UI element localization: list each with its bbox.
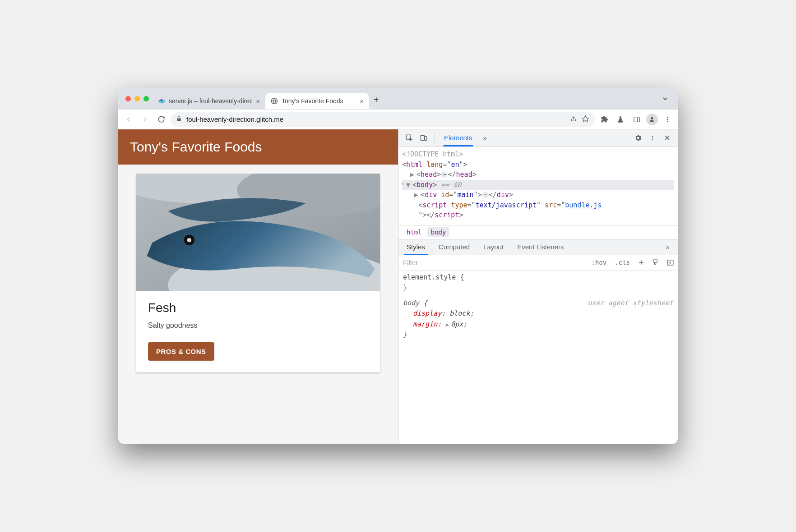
page-header: Tony's Favorite Foods [118, 129, 398, 165]
fish-favicon-icon: 🐟 [158, 97, 165, 105]
svg-rect-15 [421, 135, 424, 140]
sidepanel-button[interactable] [630, 113, 643, 126]
share-icon[interactable] [570, 115, 577, 124]
styles-filter-input[interactable]: Filter [403, 259, 586, 266]
breadcrumb-html[interactable]: html [403, 227, 426, 237]
food-card: Fesh Salty goodness PROS & CONS [136, 174, 380, 372]
doctype: <!DOCTYPE html> [402, 150, 463, 158]
styles-filterbar: Filter :hov .cls [398, 255, 678, 271]
svg-point-13 [187, 238, 191, 242]
close-window-button[interactable] [125, 96, 131, 101]
bookmark-star-icon[interactable] [582, 115, 589, 124]
svg-rect-24 [653, 260, 657, 262]
new-tab-button[interactable]: + [369, 95, 384, 105]
card-subtitle: Salty goodness [148, 321, 368, 330]
browser-window: 🐟 server.js – foul-heavenly-direct × Ton… [118, 88, 678, 444]
breadcrumb-body[interactable]: body [427, 227, 450, 237]
browser-tab[interactable]: 🐟 server.js – foul-heavenly-direct × [153, 93, 265, 109]
styles-tab-layout[interactable]: Layout [478, 239, 509, 255]
card-title: Fesh [148, 301, 368, 315]
globe-favicon-icon [271, 97, 278, 105]
rule-element-style: element.style { [403, 273, 464, 281]
svg-point-19 [652, 139, 653, 140]
rule-body-selector: body { [403, 299, 427, 307]
devtools-tab-elements[interactable]: Elements [440, 129, 477, 146]
styles-panel-toggle-icon[interactable] [664, 259, 676, 266]
browser-tab-active[interactable]: Tony's Favorite Foods × [265, 93, 369, 109]
styles-tab-event-listeners[interactable]: Event Listeners [512, 239, 569, 255]
tab-strip: 🐟 server.js – foul-heavenly-direct × Ton… [118, 88, 678, 110]
devtools-tabs-more[interactable]: » [479, 129, 491, 146]
forward-button[interactable] [138, 113, 152, 126]
browser-toolbar: foul-heavenly-direction.glitch.me [118, 110, 678, 129]
devtools-toolbar: Elements » [398, 129, 678, 147]
expand-div-icon[interactable]: ▶ [414, 190, 421, 200]
fish-image [136, 174, 380, 291]
dom-breadcrumbs: html body [398, 225, 678, 239]
devtools-close-icon[interactable] [661, 134, 673, 141]
minimize-window-button[interactable] [134, 96, 140, 101]
back-button[interactable] [122, 113, 135, 126]
devtools-settings-icon[interactable] [632, 134, 644, 142]
devtools-menu-icon[interactable] [646, 134, 659, 142]
extensions-button[interactable] [597, 113, 611, 126]
tab-list-button[interactable] [657, 95, 673, 104]
styles-tabs-more[interactable]: » [661, 239, 675, 255]
browser-menu-button[interactable] [661, 113, 674, 126]
cls-toggle[interactable]: .cls [612, 259, 633, 266]
url-text: foul-heavenly-direction.glitch.me [186, 115, 565, 123]
tab-title: server.js – foul-heavenly-direct [169, 97, 252, 105]
tab-close-icon[interactable]: × [360, 97, 364, 105]
lock-icon [176, 116, 182, 123]
window-controls [123, 96, 153, 101]
devtools-panel: Elements » <!DOCTYPE html> <html lang="e… [398, 129, 678, 444]
styles-tab-computed[interactable]: Computed [433, 239, 475, 255]
reload-button[interactable] [154, 113, 168, 126]
collapse-body-icon[interactable]: ▼ [406, 180, 412, 190]
tab-close-icon[interactable]: × [256, 97, 260, 105]
labs-button[interactable] [614, 113, 627, 126]
svg-point-17 [652, 135, 653, 136]
svg-rect-2 [634, 117, 639, 122]
styles-tab-styles[interactable]: Styles [401, 239, 430, 255]
styles-tabbar: Styles Computed Layout Event Listeners » [398, 239, 678, 255]
svg-rect-16 [425, 137, 427, 140]
expand-head-icon[interactable]: ▶ [410, 170, 417, 180]
svg-point-6 [667, 119, 668, 120]
address-bar[interactable]: foul-heavenly-direction.glitch.me [171, 112, 595, 127]
device-toolbar-icon[interactable] [417, 134, 430, 142]
dom-node-body[interactable]: ▼<body> == $0 [402, 180, 674, 190]
svg-point-18 [652, 137, 653, 138]
script-src-link[interactable]: bundle.js [565, 201, 602, 209]
page-viewport: Tony's Favorite Foods [118, 129, 398, 444]
svg-rect-25 [667, 260, 673, 265]
svg-point-4 [651, 117, 653, 119]
maximize-window-button[interactable] [143, 96, 149, 101]
pros-cons-button[interactable]: PROS & CONS [148, 342, 214, 361]
card-body: Fesh Salty goodness PROS & CONS [136, 291, 380, 372]
tab-title: Tony's Favorite Foods [282, 97, 356, 105]
styles-brush-icon[interactable] [650, 259, 662, 266]
hov-toggle[interactable]: :hov [589, 259, 610, 266]
styles-rules[interactable]: element.style { } user agent stylesheet … [398, 271, 678, 352]
svg-point-5 [667, 117, 668, 118]
rule-source: user agent stylesheet [588, 298, 673, 308]
inspect-element-icon[interactable] [403, 134, 416, 142]
svg-marker-1 [582, 115, 588, 121]
profile-button[interactable] [646, 114, 658, 125]
dom-tree[interactable]: <!DOCTYPE html> <html lang="en"> ▶<head>… [398, 147, 678, 225]
svg-point-7 [667, 121, 668, 122]
new-style-rule-icon[interactable] [635, 259, 647, 266]
